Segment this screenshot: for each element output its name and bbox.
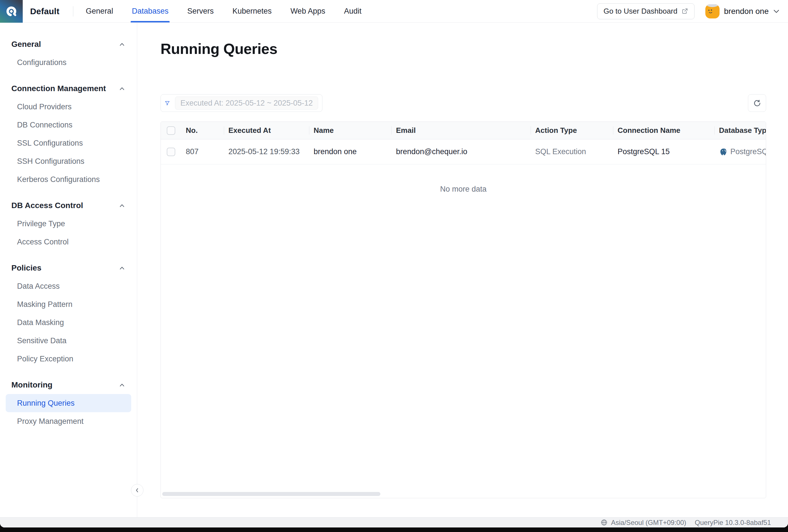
tab-audit[interactable]: Audit (344, 0, 361, 22)
column-header-no: No. (181, 122, 224, 139)
tab-web-apps[interactable]: Web Apps (290, 0, 325, 22)
filter-funnel-icon (165, 99, 170, 107)
sidebar-item-data-masking[interactable]: Data Masking (0, 313, 137, 332)
row-checkbox-cell (161, 139, 181, 164)
select-all-checkbox[interactable] (167, 126, 175, 135)
sidebar-item-cloud-providers[interactable]: Cloud Providers (0, 98, 137, 116)
column-header-executed-at: Executed At (224, 122, 309, 139)
chevron-up-icon (120, 43, 124, 46)
screen: Default General Databases Servers Kubern… (0, 0, 788, 532)
database-type-label: PostgreSQL (730, 147, 766, 156)
chevron-left-icon (135, 488, 140, 493)
timezone-label: Asia/Seoul (GMT+09:00) (611, 519, 686, 527)
executed-at-filter-chip[interactable]: Executed At: 2025-05-12 ~ 2025-05-12 (175, 97, 318, 109)
refresh-button[interactable] (748, 94, 766, 112)
sidebar-header-general[interactable]: General (0, 35, 137, 54)
cell-executed-at: 2025-05-12 19:59:33 (224, 139, 309, 164)
app-window: Default General Databases Servers Kubern… (0, 0, 788, 528)
workspace-name: Default (30, 6, 59, 16)
tab-kubernetes[interactable]: Kubernetes (232, 0, 272, 22)
sidebar-header-label: Connection Management (12, 84, 106, 93)
sidebar-section-policies: Policies Data Access Masking Pattern Dat… (0, 259, 137, 368)
chevron-up-icon (120, 384, 124, 387)
filter-row: Executed At: 2025-05-12 ~ 2025-05-12 (160, 94, 766, 112)
sidebar-header-policies[interactable]: Policies (0, 259, 137, 277)
avatar-face-icon (707, 9, 715, 15)
tab-general[interactable]: General (86, 0, 113, 22)
sidebar-item-access-control[interactable]: Access Control (0, 233, 137, 251)
sidebar-item-kerberos-configurations[interactable]: Kerberos Configurations (0, 170, 137, 188)
main-content: Running Queries Executed At: 2025-05-12 … (137, 23, 788, 517)
refresh-icon (753, 99, 761, 107)
tab-databases[interactable]: Databases (132, 0, 169, 22)
sidebar-item-data-access[interactable]: Data Access (0, 277, 137, 295)
sidebar: General Configurations Connection Manage… (0, 23, 137, 517)
sidebar-item-policy-exception[interactable]: Policy Exception (0, 350, 137, 368)
sidebar-item-ssl-configurations[interactable]: SSL Configurations (0, 134, 137, 152)
filter-bar: Executed At: 2025-05-12 ~ 2025-05-12 (160, 94, 322, 112)
column-header-action-type: Action Type (531, 122, 613, 139)
sidebar-section-connection-management: Connection Management Cloud Providers DB… (0, 80, 137, 188)
tab-servers[interactable]: Servers (187, 0, 214, 22)
avatar (705, 4, 720, 18)
sidebar-header-monitoring[interactable]: Monitoring (0, 376, 137, 394)
sidebar-item-privilege-type[interactable]: Privilege Type (0, 214, 137, 233)
user-name: brendon one (724, 7, 769, 16)
no-more-data-text: No more data (161, 185, 766, 193)
sidebar-header-label: General (12, 40, 41, 49)
timezone-group: Asia/Seoul (GMT+09:00) (600, 519, 686, 527)
chevron-up-icon (120, 204, 124, 207)
sidebar-header-db-access-control[interactable]: DB Access Control (0, 197, 137, 214)
column-header-email: Email (391, 122, 531, 139)
sidebar-header-label: DB Access Control (12, 201, 83, 210)
chevron-up-icon (120, 87, 124, 90)
top-navbar: Default General Databases Servers Kubern… (0, 0, 788, 23)
horizontal-scrollbar-thumb[interactable] (162, 492, 380, 496)
go-to-user-dashboard-label: Go to User Dashboard (604, 7, 677, 16)
version-label: QueryPie 10.3.0-8abaf51 (695, 519, 771, 527)
sidebar-item-ssh-configurations[interactable]: SSH Configurations (0, 152, 137, 170)
external-link-icon (682, 8, 688, 15)
sidebar-section-db-access-control: DB Access Control Privilege Type Access … (0, 197, 137, 251)
sidebar-item-configurations[interactable]: Configurations (0, 54, 137, 71)
navbar-tabs: General Databases Servers Kubernetes Web… (86, 0, 361, 22)
running-queries-table: No. Executed At Name Email Action Type C… (160, 122, 766, 498)
sidebar-header-label: Monitoring (12, 381, 53, 389)
sidebar-section-general: General Configurations (0, 35, 137, 71)
cell-connection-name: PostgreSQL 15 (613, 139, 714, 164)
chevron-up-icon (120, 267, 124, 270)
sidebar-item-running-queries[interactable]: Running Queries (6, 394, 131, 412)
footer: Asia/Seoul (GMT+09:00) QueryPie 10.3.0-8… (0, 517, 788, 528)
sidebar-item-db-connections[interactable]: DB Connections (0, 116, 137, 134)
globe-icon (600, 519, 608, 526)
querypie-logo[interactable] (0, 0, 23, 23)
sidebar-collapse-button[interactable] (131, 484, 143, 496)
sidebar-header-label: Policies (12, 263, 41, 272)
column-header-database-type: Database Type (714, 122, 766, 139)
chevron-down-icon (773, 9, 780, 13)
sidebar-item-proxy-management[interactable]: Proxy Management (0, 412, 137, 430)
navbar-right: Go to User Dashboard (597, 3, 788, 19)
content-row: General Configurations Connection Manage… (0, 23, 788, 517)
sidebar-item-masking-pattern[interactable]: Masking Pattern (0, 295, 137, 313)
go-to-user-dashboard-button[interactable]: Go to User Dashboard (597, 3, 694, 19)
sidebar-section-monitoring: Monitoring Running Queries Proxy Managem… (0, 376, 137, 430)
cell-no: 807 (181, 139, 224, 164)
cell-name: brendon one (309, 139, 391, 164)
sidebar-item-sensitive-data[interactable]: Sensitive Data (0, 332, 137, 350)
cell-database-type: PostgreSQL (714, 139, 766, 164)
column-header-connection-name: Connection Name (613, 122, 714, 139)
table-header-row: No. Executed At Name Email Action Type C… (161, 122, 766, 139)
row-checkbox[interactable] (167, 148, 175, 156)
querypie-logo-icon (5, 5, 18, 18)
table-header-checkbox-cell (161, 122, 181, 139)
page-title: Running Queries (160, 41, 766, 57)
cell-action-type: SQL Execution (531, 139, 613, 164)
navbar-divider (73, 6, 73, 17)
sidebar-header-connection-management[interactable]: Connection Management (0, 80, 137, 98)
postgresql-icon (719, 148, 728, 156)
column-header-name: Name (309, 122, 391, 139)
user-menu[interactable]: brendon one (705, 4, 780, 18)
table-row: 807 2025-05-12 19:59:33 brendon one bren… (161, 139, 766, 164)
cell-email: brendon@chequer.io (391, 139, 531, 164)
